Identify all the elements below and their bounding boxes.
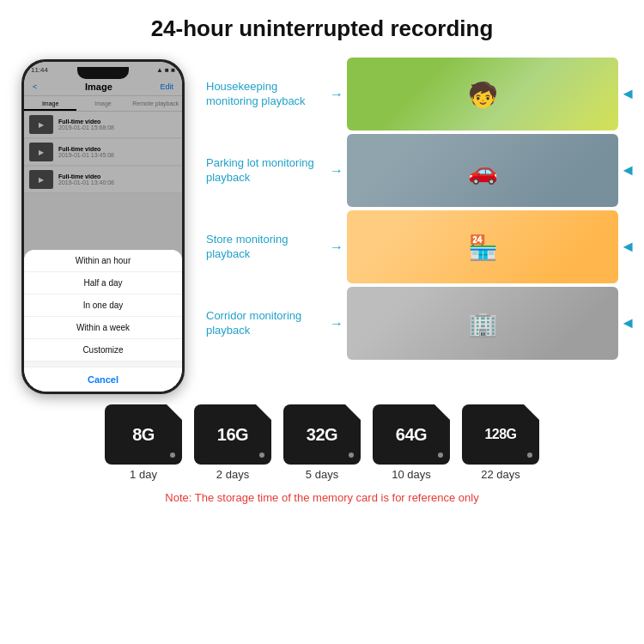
- phone-modal-item-3[interactable]: In one day: [24, 295, 182, 317]
- phone-modal: Within an hour Half a day In one day Wit…: [24, 62, 182, 392]
- chevron-parking: ◄: [620, 161, 635, 179]
- storage-note: Note: The storage time of the memory car…: [0, 488, 644, 513]
- phone-screen: 11:44 ▲ ■ ■ < Image Edit Image Image Rem…: [24, 62, 182, 392]
- sdcard-label-8g: 8G: [132, 425, 155, 445]
- monitoring-label-store: Store monitoring playback: [206, 233, 326, 262]
- chevron-housekeeping: ◄: [620, 85, 635, 103]
- sdcard-item-8g: 8G 1 day: [105, 404, 182, 481]
- sdcard-label-32g: 32G: [307, 425, 337, 445]
- phone-modal-cancel[interactable]: Cancel: [24, 367, 182, 392]
- sdcard-64g: 64G: [373, 404, 450, 465]
- sdcard-corner-32g: [345, 404, 361, 420]
- sdcard-128g: 128G: [462, 404, 539, 465]
- monitoring-image-corridor: [347, 287, 618, 360]
- sdcard-label-128g: 128G: [484, 427, 516, 442]
- chevron-corridor: ◄: [620, 314, 635, 332]
- sdcard-16g: 16G: [194, 404, 271, 465]
- phone-wrapper: 11:44 ▲ ■ ■ < Image Edit Image Image Rem…: [9, 51, 197, 394]
- monitoring-image-store: [347, 210, 618, 283]
- page-title: 24-hour uninterrupted recording: [17, 15, 627, 42]
- monitoring-item-housekeeping: Housekeeping monitoring playback → ◄: [206, 58, 635, 131]
- sdcard-label-16g: 16G: [217, 425, 248, 445]
- sdcard-corner-64g: [434, 404, 450, 420]
- sdcard-item-16g: 16G 2 days: [194, 404, 271, 481]
- phone-modal-content: Within an hour Half a day In one day Wit…: [24, 250, 182, 392]
- sdcard-days-32g: 5 days: [306, 468, 338, 481]
- sdcard-dot-32g: [349, 453, 354, 458]
- phone: 11:44 ▲ ■ ■ < Image Edit Image Image Rem…: [21, 59, 185, 394]
- monitoring-label-housekeeping: Housekeeping monitoring playback: [206, 80, 326, 109]
- middle-section: 11:44 ▲ ■ ■ < Image Edit Image Image Rem…: [0, 51, 644, 394]
- sdcard-dot-16g: [259, 453, 264, 458]
- sdcard-item-64g: 64G 10 days: [373, 404, 450, 481]
- sdcard-days-16g: 2 days: [216, 468, 249, 481]
- sdcard-dot-128g: [527, 453, 532, 458]
- sdcard-8g: 8G: [105, 404, 182, 465]
- sdcard-corner-16g: [256, 404, 271, 420]
- monitoring-label-parking: Parking lot monitoring playback: [206, 156, 326, 185]
- phone-notch: [77, 67, 129, 79]
- header-section: 24-hour uninterrupted recording: [0, 0, 644, 51]
- monitoring-image-housekeeping: [347, 58, 618, 131]
- sdcard-section: 8G 1 day 16G 2 days 32G 5 days: [0, 394, 644, 488]
- sdcard-corner-8g: [167, 404, 182, 420]
- monitoring-item-corridor: Corridor monitoring playback → ◄: [206, 287, 635, 360]
- sdcard-label-64g: 64G: [396, 425, 427, 445]
- sdcard-days-128g: 22 days: [481, 468, 520, 481]
- chevron-store: ◄: [620, 238, 635, 256]
- sdcard-32g: 32G: [283, 404, 361, 465]
- phone-modal-item-5[interactable]: Customize: [24, 339, 182, 361]
- monitoring-item-parking: Parking lot monitoring playback → ◄: [206, 134, 635, 207]
- arrow-corridor: →: [330, 316, 343, 331]
- sdcard-corner-128g: [524, 404, 539, 420]
- phone-modal-item-1[interactable]: Within an hour: [24, 250, 182, 272]
- arrow-store: →: [330, 240, 343, 255]
- sdcard-item-32g: 32G 5 days: [283, 404, 361, 481]
- sdcard-days-64g: 10 days: [392, 468, 431, 481]
- sdcard-dot-64g: [438, 453, 443, 458]
- monitoring-section: Housekeeping monitoring playback → ◄ Par…: [197, 51, 635, 363]
- sdcard-dot-8g: [170, 453, 175, 458]
- arrow-parking: →: [330, 163, 343, 179]
- monitoring-label-corridor: Corridor monitoring playback: [206, 309, 326, 338]
- sdcard-row: 8G 1 day 16G 2 days 32G 5 days: [9, 404, 635, 481]
- arrow-housekeeping: →: [330, 87, 343, 102]
- monitoring-image-parking: [347, 134, 618, 207]
- monitoring-item-store: Store monitoring playback → ◄: [206, 210, 635, 283]
- sdcard-days-8g: 1 day: [130, 468, 157, 481]
- sdcard-item-128g: 128G 22 days: [462, 404, 539, 481]
- phone-modal-item-2[interactable]: Half a day: [24, 272, 182, 295]
- phone-modal-item-4[interactable]: Within a week: [24, 317, 182, 339]
